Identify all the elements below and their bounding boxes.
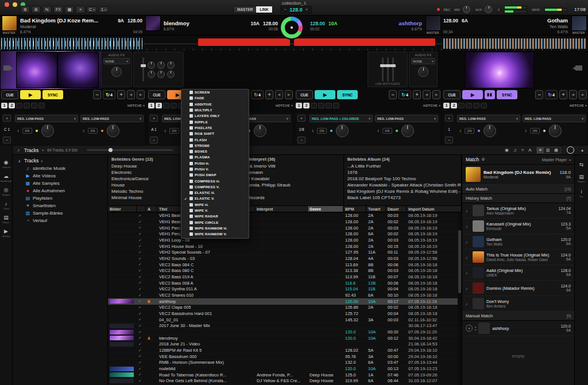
manual-match-item[interactable]: + ▴▾ ashthorp 120.0 6A — [462, 321, 574, 336]
hotcue-empty[interactable] — [473, 103, 479, 108]
pause-button[interactable]: ▮▮ — [485, 90, 495, 99]
deck-3-bpm[interactable]: 128.00 — [310, 21, 325, 26]
menu-item[interactable]: ADDITIVE — [181, 102, 249, 107]
eq-knob[interactable] — [157, 61, 165, 69]
history-match-section[interactable]: History Match[7] — [462, 194, 574, 203]
loop-half-button[interactable]: − — [535, 90, 543, 99]
track-check[interactable]: ✓ — [137, 348, 146, 353]
beatjump-back-button[interactable]: ◃ — [423, 90, 431, 99]
sidebar-item[interactable]: ▦ Alle Samples — [13, 180, 107, 187]
table-row[interactable]: ✓ RMB - Horizon (Summerrave Mix) 132.0 6… — [108, 360, 458, 366]
table-row[interactable]: ✓ VEC2 Bass 008 A 118.6 12B 00:06 08.05.… — [108, 280, 458, 286]
beatjump-fwd-button[interactable]: ▹ — [137, 90, 145, 99]
menu-item[interactable]: PUSH H. — [181, 161, 249, 166]
menu-item[interactable]: BOXES — [181, 149, 249, 154]
layout-icon[interactable]: ⊞ — [32, 6, 41, 13]
track-check[interactable]: ✓ — [137, 225, 146, 230]
table-row[interactable]: ✓ VEH2 Special Sounds - 07 127.95 11A 00… — [108, 250, 458, 256]
track-check[interactable]: ✓ — [137, 299, 146, 304]
table-row[interactable]: ✓ VEC2 Bassdrums Hard 001 125.72 00:04 0… — [108, 311, 458, 317]
table-row[interactable]: ✓ VEH1 Perc - 06 128.00 6A 00:02 08.05.1… — [108, 231, 458, 238]
audio-fx-select[interactable]: NONE▾ — [411, 58, 435, 64]
deck-1-bpm[interactable]: 128.00 — [127, 18, 142, 24]
fx-knob[interactable] — [483, 125, 496, 137]
source-rail-item[interactable]: ▤ Prepare — [0, 215, 13, 224]
audio-fx-select[interactable]: NONE▾ — [103, 58, 130, 64]
table-row[interactable]: ✓ VEH1 Beat - 02 128.00 2A 00:02 08.05.1… — [108, 219, 458, 225]
hotcue-1[interactable]: 1 — [1, 103, 7, 108]
fx-select[interactable]: RES. LOW-PASS▾ — [523, 115, 586, 122]
menu-item[interactable]: FADE — [181, 95, 249, 101]
table-row[interactable]: ✓ VEE Bassdrum 000 95.76 3A 00:00 29.04.… — [108, 353, 458, 360]
add-match-icon[interactable]: + — [466, 325, 473, 332]
beatjump-fwd-button[interactable]: ▹ — [432, 90, 440, 99]
match-list-item[interactable]: ♪ Tarkus (Original Mix) Alex Niggemann 1… — [462, 203, 574, 219]
track-check[interactable]: ✓ — [137, 317, 146, 322]
tree-root[interactable]: ♪Tracks▾ — [13, 157, 107, 165]
hotcue-empty[interactable] — [458, 103, 465, 108]
table-scrollbar[interactable] — [458, 213, 462, 385]
table-header-cell[interactable]: Tonart — [366, 206, 386, 212]
loop-double-button[interactable]: + — [413, 90, 421, 99]
track-check[interactable]: ✓ — [137, 244, 146, 248]
track-check[interactable]: ✓ — [137, 232, 146, 236]
album-item[interactable]: Bad Kingdom (DJ Koze Remix & Robag Wruhm… — [344, 188, 461, 195]
track-check[interactable]: ✓ — [137, 262, 146, 267]
eq-knob[interactable] — [148, 61, 155, 69]
track-check[interactable]: ✓ — [137, 238, 146, 243]
loop-region-b[interactable] — [294, 38, 435, 46]
match-list-item[interactable]: ♪ Don't Worry Ben Anders — [462, 296, 574, 312]
table-row[interactable]: ✓ 2017 June 30 - Master Mix 30.06.17-13:… — [108, 323, 458, 329]
eq-knob[interactable] — [148, 71, 155, 78]
loop-double-button[interactable]: + — [559, 90, 567, 99]
hotcue-mode-label[interactable]: HOTCUE — [570, 104, 584, 107]
video-fader[interactable] — [392, 57, 394, 81]
hotcue-empty[interactable] — [163, 103, 169, 108]
fx-select[interactable]: RES. LOW-PASS▾ — [80, 115, 144, 122]
fx-select[interactable]: RES. LOW-PASS + COLORIZE▾ — [310, 115, 373, 122]
match-list-item[interactable]: ♪ Gotham Ten Walls 120.0 6A — [462, 234, 574, 250]
hotcue-mode-label[interactable]: HOTCUE — [127, 104, 142, 107]
source-rail-item[interactable]: ▶ Autoplay — [0, 228, 13, 238]
fx-step-down[interactable]: − — [150, 137, 158, 143]
hotcue-empty[interactable] — [333, 103, 339, 108]
eq-knob[interactable] — [157, 71, 165, 78]
sidebar-item[interactable]: ◔ Verlauf — [13, 217, 107, 224]
hotcue-empty[interactable] — [16, 103, 22, 108]
sidebar-item[interactable]: ● Alle Aufnahmen — [13, 187, 107, 195]
track-check[interactable]: ✓ — [137, 220, 146, 224]
fx-knob[interactable] — [401, 125, 414, 137]
table-row[interactable]: ✓ No One Gets Left Behind (Konsta... DJ … — [108, 378, 458, 384]
headphones-icon[interactable]: ♪ — [496, 7, 501, 12]
table-row[interactable]: ✓ VEC2 Bass 084 C 113.69 8B 00:06 08.05.… — [108, 262, 458, 268]
collection-title[interactable]: Tracks — [24, 147, 38, 153]
menu-item[interactable]: PUSH SWAP — [181, 172, 249, 178]
album-column-header[interactable]: Beliebtes Album (24) — [344, 156, 461, 163]
source-rail-item[interactable]: ◎ Beatport — [0, 187, 13, 196]
table-header-cell[interactable]: Dauer — [386, 206, 407, 212]
menu-item[interactable]: PUSH V. — [181, 166, 249, 172]
sync-button[interactable]: SYNC — [497, 90, 517, 99]
table-header-cell[interactable]: Genre — [308, 206, 343, 212]
track-check[interactable]: ✓ — [137, 360, 146, 365]
beatjump-back-button[interactable]: ◃ — [275, 90, 283, 99]
fx-step-up[interactable]: + — [445, 115, 453, 122]
loop-double-button[interactable]: + — [265, 90, 273, 99]
hotcue-2[interactable]: 2 — [451, 103, 457, 108]
hotcue-1[interactable]: 1 — [148, 103, 154, 108]
album-item[interactable]: 2018.02 Beatport Top 100 Techno — [344, 176, 461, 182]
fx-step-down[interactable]: − — [3, 137, 11, 143]
menu-item[interactable]: STROBE — [181, 143, 249, 149]
track-check[interactable]: ✓ — [137, 281, 146, 285]
hotcue-empty[interactable] — [24, 103, 30, 108]
table-row[interactable]: ✓ VEH1 House Beat - 10 128.00 2A 00:15 0… — [108, 243, 458, 250]
reorder-arrows-icon[interactable]: ▴▾ — [475, 325, 476, 331]
table-header-cell[interactable]: BPM — [343, 206, 366, 212]
menu-item[interactable]: MULTIPLY — [181, 107, 249, 113]
match-list-item[interactable]: ♪ Karussell (Original Mix) Einmusik 123.… — [462, 219, 574, 234]
album-item[interactable]: ...A Little Further — [344, 163, 461, 169]
track-check[interactable]: ✓ — [137, 379, 146, 383]
sidebar-item[interactable]: ▥ Sample-Bänke — [13, 209, 107, 217]
track-check[interactable]: ✓ — [137, 336, 146, 340]
fx-knob[interactable] — [107, 125, 119, 137]
